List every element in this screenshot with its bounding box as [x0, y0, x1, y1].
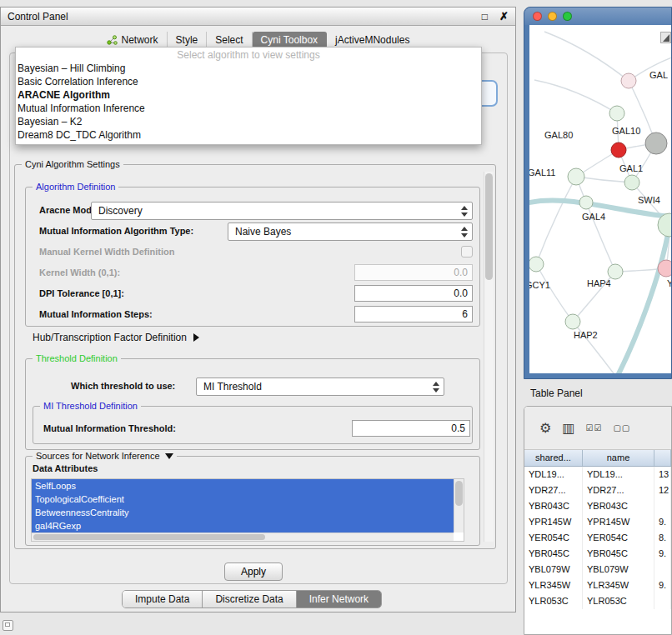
network-node[interactable] [658, 260, 671, 277]
close-window-light[interactable] [533, 12, 542, 21]
algorithm-option[interactable]: Bayesian – K2 [16, 115, 481, 128]
network-canvas[interactable]: GALGAL80GAL10GAL11GAL1SWI4GAL4GCY1HAP4HA… [529, 25, 671, 373]
mi-threshold-definition-group: MI Threshold Definition Mutual Informati… [33, 406, 473, 444]
data-attributes-listbox[interactable]: SelfLoopsTopologicalCoefficientBetweenne… [31, 478, 464, 542]
network-edge [611, 225, 669, 373]
data-attributes-list: SelfLoopsTopologicalCoefficientBetweenne… [32, 479, 464, 532]
bottom-tab-infer-network[interactable]: Infer Network [297, 591, 381, 608]
table-row[interactable]: YDL19...YDL19...13 [524, 467, 671, 482]
network-node-label: GAL11 [529, 168, 555, 178]
table-rows: YDL19...YDL19...13YDR27...YDR27...12YBR0… [524, 467, 671, 609]
overview-corner-widget[interactable] [660, 32, 671, 43]
table-cell: YBR043C [524, 498, 583, 514]
table-row[interactable]: YPR145WYPR145W9. [524, 514, 671, 530]
table-row[interactable]: YBL079WYBL079W [524, 562, 671, 578]
zoom-window-light[interactable] [563, 12, 572, 21]
attribute-item[interactable]: SelfLoops [32, 479, 454, 492]
panel-dock-icon[interactable] [3, 620, 13, 631]
attributes-vertical-scrollbar[interactable] [454, 479, 464, 532]
network-node-label: HAP2 [574, 330, 598, 340]
settings-vertical-scrollbar[interactable] [484, 172, 494, 542]
threshold-definition-group: Threshold Definition Which threshold to … [25, 358, 480, 450]
scrollbar-thumb[interactable] [485, 173, 493, 280]
unselect-rows-icon[interactable]: ▢▢ [613, 424, 630, 432]
tab-cyni-toolbox[interactable]: Cyni Toolbox [253, 32, 327, 48]
network-node[interactable] [611, 142, 626, 158]
algorithm-option[interactable]: Dream8 DC_TDC Algorithm [16, 128, 481, 142]
network-node[interactable] [568, 168, 584, 185]
column-header[interactable]: shared... [524, 450, 583, 466]
tab-network[interactable]: Network [98, 32, 168, 48]
table-row[interactable]: YDR27...YDR27...12 [524, 482, 671, 498]
algorithm-option[interactable]: Mutual Information Inference [16, 102, 481, 115]
mi-steps-input[interactable] [354, 306, 473, 322]
column-header[interactable]: name [583, 450, 654, 466]
aracne-mode-select[interactable]: Discovery [91, 202, 473, 220]
attribute-item[interactable]: BetweennessCentrality [32, 506, 454, 519]
table-cell: YLR345W [524, 578, 583, 593]
table-cell: YPR145W [524, 514, 583, 530]
algorithm-definition-group: Algorithm Definition Aracne Mode: Discov… [25, 187, 480, 327]
table-row[interactable]: YBR045CYBR045C9. [524, 546, 671, 562]
mi-threshold-label: Mutual Information Threshold: [43, 423, 176, 433]
which-threshold-select[interactable]: MI Threshold [196, 378, 444, 396]
algorithm-option[interactable]: Bayesian – Hill Climbing [16, 62, 481, 75]
hub-definition-label: Hub/Transcription Factor Definition [33, 332, 187, 343]
minimize-window-light[interactable] [548, 12, 557, 21]
network-node[interactable] [579, 196, 593, 209]
network-node[interactable] [608, 264, 623, 279]
network-node[interactable] [609, 106, 624, 121]
window-title: Control Panel [8, 11, 68, 22]
table-cell: YDR27... [524, 482, 583, 498]
bottom-tab-discretize-data[interactable]: Discretize Data [203, 591, 296, 608]
tab-style[interactable]: Style [168, 32, 208, 48]
scrollbar-thumb[interactable] [33, 534, 265, 540]
attribute-item[interactable]: gal4RGexp [32, 519, 454, 532]
table-cell [654, 593, 671, 609]
network-node[interactable] [565, 314, 580, 329]
table-cell: 9. [654, 578, 671, 593]
table-row[interactable]: YLR053CYLR053C [524, 593, 671, 609]
network-node[interactable] [624, 175, 639, 190]
scrollbar-thumb[interactable] [455, 481, 463, 506]
tab-select[interactable]: Select [207, 32, 252, 48]
kernel-width-input[interactable] [354, 264, 473, 281]
network-node[interactable] [529, 257, 544, 272]
hub-definition-toggle[interactable]: Hub/Transcription Factor Definition [33, 332, 199, 343]
tab-jactivemnodules[interactable]: jActiveMNodules [327, 32, 418, 48]
select-rows-icon[interactable]: ☑☑ [585, 424, 602, 432]
table-toolbar: ⚙▥☑☑▢▢ [524, 407, 671, 450]
table-cell: 9. [654, 514, 671, 530]
dpi-tolerance-input[interactable] [354, 285, 473, 302]
bottom-tab-impute-data[interactable]: Impute Data [123, 591, 203, 608]
table-row[interactable]: YLR345WYLR345W9. [524, 578, 671, 593]
table-row[interactable]: YER054CYER054C8. [524, 530, 671, 546]
algorithm-option[interactable]: Basic Correlation Inference [16, 75, 481, 88]
attribute-item[interactable]: TopologicalCoefficient [32, 492, 454, 506]
manual-kernel-width-checkbox[interactable] [461, 246, 473, 258]
network-node[interactable] [621, 73, 636, 88]
mi-algorithm-type-select[interactable]: Naive Bayes [228, 222, 473, 241]
network-node[interactable] [645, 132, 667, 154]
settings-gear-icon[interactable]: ⚙ [539, 422, 551, 435]
network-view-window: GALGAL80GAL10GAL11GAL1SWI4GAL4GCY1HAP4HA… [524, 7, 672, 379]
panel-dock-icon-inner [5, 622, 10, 627]
stepper-arrows-icon [461, 206, 469, 217]
data-attributes-label: Data Attributes [33, 463, 98, 473]
control-panel-titlebar[interactable]: Control Panel □ ✗ [1, 8, 515, 26]
column-header[interactable] [654, 450, 671, 466]
table-row[interactable]: YBR043CYBR043C [524, 498, 671, 514]
network-node-label: Y [667, 278, 671, 288]
mi-threshold-input[interactable] [352, 420, 470, 437]
mi-algorithm-type-value: Naive Bayes [235, 226, 291, 238]
table-cell: 13 [654, 467, 671, 482]
apply-button[interactable]: Apply [224, 562, 283, 581]
close-window-icon[interactable]: ✗ [499, 10, 509, 22]
algorithm-option[interactable]: ARACNE Algorithm [16, 88, 481, 102]
attributes-horizontal-scrollbar[interactable] [32, 532, 454, 541]
float-window-icon[interactable]: □ [482, 11, 488, 22]
expanded-arrow-icon [165, 453, 173, 459]
columns-icon[interactable]: ▥ [562, 422, 574, 435]
sources-toggle[interactable]: Sources for Network Inference [33, 450, 177, 462]
network-window-titlebar[interactable] [524, 8, 671, 25]
